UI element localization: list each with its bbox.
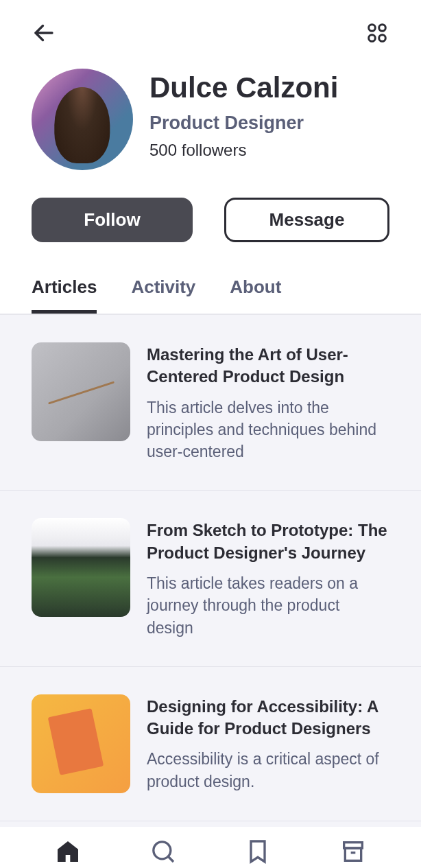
profile-info: Dulce Calzoni Product Designer 500 follo…: [149, 69, 338, 170]
header: [0, 0, 421, 62]
message-button[interactable]: Message: [224, 198, 389, 242]
back-icon[interactable]: [32, 21, 56, 48]
home-icon[interactable]: [54, 838, 82, 868]
svg-point-1: [369, 25, 376, 32]
profile-followers: 500 followers: [149, 141, 338, 160]
search-icon[interactable]: [149, 838, 177, 868]
article-text: From Sketch to Prototype: The Product De…: [147, 518, 389, 638]
article-desc: This article delves into the principles …: [147, 397, 389, 463]
article-item[interactable]: Mastering the Art of User-Centered Produ…: [0, 315, 421, 491]
follow-button[interactable]: Follow: [32, 198, 193, 242]
svg-point-3: [369, 35, 376, 42]
svg-rect-8: [345, 848, 361, 860]
action-buttons: Follow Message: [0, 170, 421, 263]
article-desc: Accessibility is a critical aspect of pr…: [147, 748, 389, 792]
svg-point-2: [379, 25, 386, 32]
article-thumbnail: [32, 694, 130, 793]
svg-line-6: [168, 857, 173, 863]
profile-role: Product Designer: [149, 113, 338, 134]
article-item[interactable]: Designing for Accessibility: A Guide for…: [0, 667, 421, 821]
article-title: Designing for Accessibility: A Guide for…: [147, 696, 389, 740]
tab-activity[interactable]: Activity: [131, 277, 195, 314]
articles-list: Mastering the Art of User-Centered Produ…: [0, 315, 421, 868]
article-text: Designing for Accessibility: A Guide for…: [147, 694, 389, 793]
article-title: From Sketch to Prototype: The Product De…: [147, 519, 389, 564]
profile-name: Dulce Calzoni: [149, 71, 338, 104]
article-desc: This article takes readers on a journey …: [147, 572, 389, 639]
tab-articles[interactable]: Articles: [32, 277, 97, 314]
bottom-nav: [0, 827, 421, 868]
article-thumbnail: [32, 518, 130, 617]
svg-point-5: [154, 842, 171, 859]
article-thumbnail: [32, 342, 130, 441]
article-title: Mastering the Art of User-Centered Produ…: [147, 344, 389, 388]
tab-about[interactable]: About: [230, 277, 281, 314]
profile-section: Dulce Calzoni Product Designer 500 follo…: [0, 62, 421, 170]
avatar[interactable]: [32, 69, 133, 170]
grid-circles-icon[interactable]: [365, 21, 389, 48]
archive-icon[interactable]: [339, 838, 367, 868]
tabs: Articles Activity About: [0, 263, 421, 315]
article-text: Mastering the Art of User-Centered Produ…: [147, 342, 389, 462]
svg-point-4: [379, 35, 386, 42]
bookmark-icon[interactable]: [244, 838, 272, 868]
article-item[interactable]: From Sketch to Prototype: The Product De…: [0, 491, 421, 666]
